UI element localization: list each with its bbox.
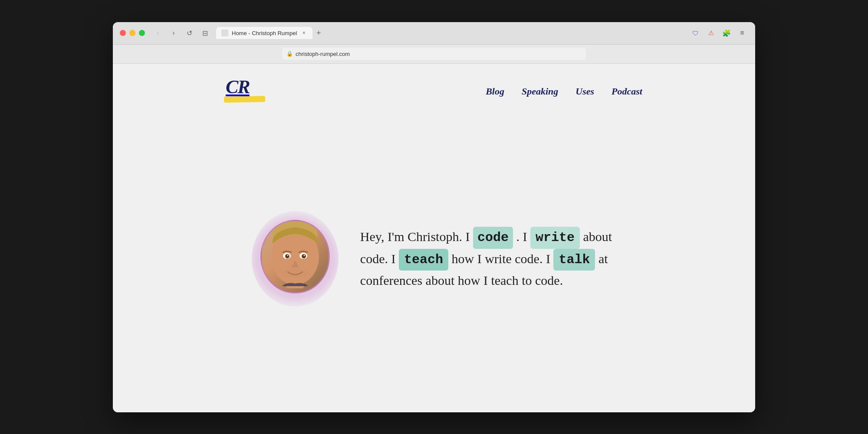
alert-icon: ⚠	[708, 29, 714, 37]
logo: CR	[226, 78, 265, 106]
highlight-teach: teach	[399, 249, 448, 271]
title-bar: ‹ › ↺ ⊟ Home - Christoph Rumpel × + 🛡 ⚠ …	[113, 22, 755, 45]
lock-icon: 🔒	[286, 51, 293, 57]
traffic-lights	[120, 30, 145, 36]
svg-point-9	[303, 255, 305, 256]
shield-button[interactable]: 🛡	[689, 27, 701, 39]
avatar-image	[263, 222, 328, 291]
nav-speaking[interactable]: Speaking	[522, 86, 558, 97]
close-button[interactable]	[120, 30, 126, 36]
maximize-button[interactable]	[139, 30, 145, 36]
highlight-talk: talk	[553, 249, 595, 271]
hero-intro: Hey, I'm Christoph. I code . I write abo…	[360, 227, 612, 291]
os-window: ‹ › ↺ ⊟ Home - Christoph Rumpel × + 🛡 ⚠ …	[113, 22, 755, 412]
menu-icon: ≡	[740, 29, 744, 37]
extensions-button[interactable]: 🧩	[720, 27, 733, 39]
svg-point-10	[281, 269, 309, 277]
tab-close-button[interactable]: ×	[300, 29, 307, 36]
minimize-button[interactable]	[129, 30, 135, 36]
intro-before-code: Hey, I'm Christoph. I	[360, 229, 473, 244]
refresh-button[interactable]: ↺	[183, 27, 195, 39]
toolbar-right: 🛡 ⚠ 🧩 ≡	[689, 27, 748, 39]
svg-point-6	[285, 254, 289, 258]
back-button[interactable]: ‹	[152, 27, 164, 39]
intro-after-teach: how I write code. I	[451, 251, 553, 266]
active-tab[interactable]: Home - Christoph Rumpel ×	[216, 27, 312, 39]
site-nav: CR Blog Speaking Uses Podcast	[113, 64, 755, 106]
logo-text: CR	[226, 78, 265, 97]
avatar	[260, 220, 330, 294]
address-bar[interactable]: 🔒 christoph-rumpel.com	[282, 48, 586, 60]
address-bar-row: 🔒 christoph-rumpel.com	[113, 45, 755, 64]
avatar-wrap	[256, 215, 334, 302]
svg-point-8	[287, 255, 288, 256]
menu-button[interactable]: ≡	[736, 27, 748, 39]
highlight-write: write	[530, 227, 580, 249]
puzzle-icon: 🧩	[722, 29, 731, 37]
url-text: christoph-rumpel.com	[296, 51, 350, 57]
tab-title: Home - Christoph Rumpel	[232, 30, 297, 36]
svg-point-3	[274, 235, 316, 259]
tab-favicon	[221, 29, 228, 36]
hero: Hey, I'm Christoph. I code . I write abo…	[130, 106, 738, 412]
shield-icon: 🛡	[692, 29, 699, 37]
logo-link[interactable]: CR	[226, 78, 265, 106]
new-tab-button[interactable]: +	[312, 27, 325, 39]
tab-bar: Home - Christoph Rumpel × +	[216, 27, 686, 39]
bookmark-button[interactable]: ⊟	[199, 27, 211, 39]
page: CR Blog Speaking Uses Podcast	[113, 64, 755, 412]
alert-button[interactable]: ⚠	[705, 27, 717, 39]
nav-blog[interactable]: Blog	[486, 86, 504, 97]
nav-links: Blog Speaking Uses Podcast	[486, 86, 642, 97]
intro-after-code: . I	[516, 229, 530, 244]
nav-podcast[interactable]: Podcast	[612, 86, 642, 97]
forward-button[interactable]: ›	[168, 27, 180, 39]
highlight-code: code	[473, 227, 513, 249]
nav-uses[interactable]: Uses	[575, 86, 594, 97]
svg-point-7	[302, 254, 306, 258]
